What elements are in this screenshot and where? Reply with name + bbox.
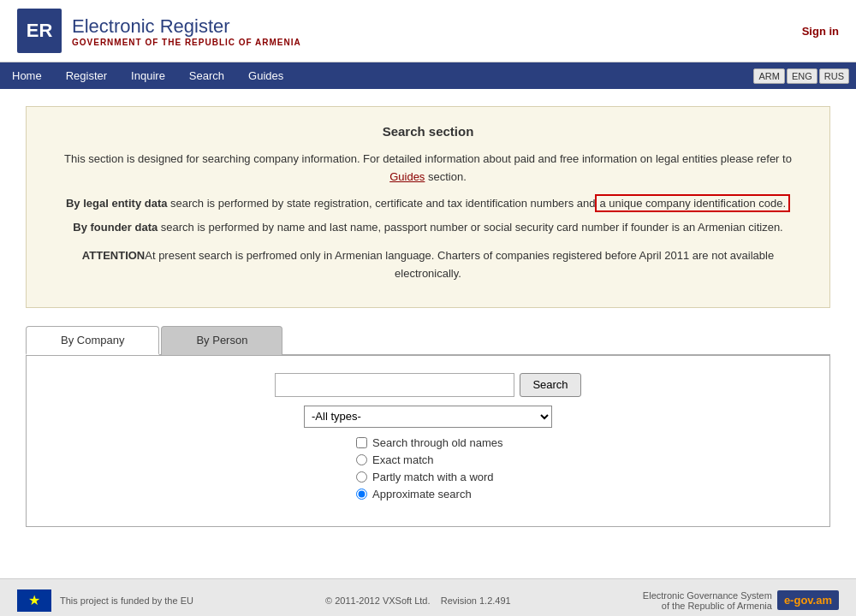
type-select[interactable]: -All types- — [304, 406, 552, 428]
tab-by-person[interactable]: By Person — [161, 326, 282, 355]
legal-entity-info: By legal entity data search is performed… — [52, 195, 804, 213]
logo-icon: ER — [17, 9, 62, 53]
lang-eng[interactable]: ENG — [787, 68, 817, 84]
logo-title: Electronic Register — [72, 15, 301, 38]
header: ER Electronic Register GOVERNMENT OF THE… — [0, 0, 856, 62]
footer-egov-text: Electronic Governance System of the Repu… — [643, 590, 772, 611]
old-names-row: Search through old names — [356, 436, 804, 449]
lang-rus[interactable]: RUS — [819, 68, 849, 84]
founder-info: By founder data search is performed by n… — [52, 219, 804, 237]
approximate-search-radio[interactable] — [356, 489, 367, 500]
attention-text: ATTENTIONAt present search is perfromed … — [52, 247, 804, 283]
search-button[interactable]: Search — [520, 373, 580, 397]
tab-by-company[interactable]: By Company — [26, 326, 159, 355]
revision-text: Revision 1.2.491 — [441, 595, 511, 606]
highlight-text: a unique company identification code. — [595, 194, 790, 212]
main-content: Search section This section is designed … — [0, 89, 856, 544]
search-panel: Search -All types- Search through old na… — [26, 356, 830, 527]
options-area: Search through old names Exact match Par… — [356, 436, 804, 500]
partly-match-label: Partly match with a word — [372, 471, 494, 483]
tabs-area: By Company By Person Search -All types- … — [26, 325, 830, 527]
footer: ★ This project is funded by the EU © 201… — [0, 578, 856, 616]
search-row: Search — [52, 373, 804, 397]
navbar: Home Register Inquire Search Guides ARM … — [0, 62, 856, 89]
guides-link[interactable]: Guides — [389, 170, 425, 183]
approximate-search-row: Approximate search — [356, 488, 804, 500]
nav-guides[interactable]: Guides — [236, 62, 295, 89]
egov-badge: e-gov.am — [777, 590, 839, 610]
approximate-search-label: Approximate search — [372, 488, 472, 500]
partly-match-radio[interactable] — [356, 471, 367, 483]
eu-flag-icon: ★ — [17, 589, 51, 612]
nav-home[interactable]: Home — [0, 62, 54, 89]
eu-text: This project is funded by the EU — [60, 595, 193, 606]
footer-right: Electronic Governance System of the Repu… — [643, 590, 839, 611]
sign-in-link[interactable]: Sign in — [802, 25, 839, 38]
nav-search[interactable]: Search — [177, 62, 236, 89]
copyright-text: © 2011-2012 VXSoft Ltd. — [325, 595, 430, 606]
exact-match-radio[interactable] — [356, 454, 367, 465]
nav-links: Home Register Inquire Search Guides — [0, 62, 295, 89]
nav-register[interactable]: Register — [54, 62, 119, 89]
old-names-checkbox[interactable] — [356, 437, 367, 448]
info-box: Search section This section is designed … — [26, 106, 830, 308]
language-selector: ARM ENG RUS — [746, 65, 856, 87]
partly-match-row: Partly match with a word — [356, 471, 804, 483]
type-select-row: -All types- — [52, 406, 804, 428]
logo-area: ER Electronic Register GOVERNMENT OF THE… — [17, 9, 301, 53]
exact-match-label: Exact match — [372, 453, 434, 466]
info-description: This section is designed for searching c… — [52, 151, 804, 187]
logo-subtitle: GOVERNMENT OF THE REPUBLIC OF ARMENIA — [72, 38, 301, 47]
lang-arm[interactable]: ARM — [753, 68, 784, 84]
tabs-row: By Company By Person — [26, 325, 830, 356]
nav-inquire[interactable]: Inquire — [119, 62, 177, 89]
info-box-title: Search section — [52, 124, 804, 139]
exact-match-row: Exact match — [356, 453, 804, 466]
logo-text: Electronic Register GOVERNMENT OF THE RE… — [72, 15, 301, 47]
footer-center: © 2011-2012 VXSoft Ltd. Revision 1.2.491 — [325, 595, 511, 606]
footer-left: ★ This project is funded by the EU — [17, 589, 193, 612]
search-input[interactable] — [275, 373, 514, 397]
old-names-label: Search through old names — [372, 436, 502, 449]
